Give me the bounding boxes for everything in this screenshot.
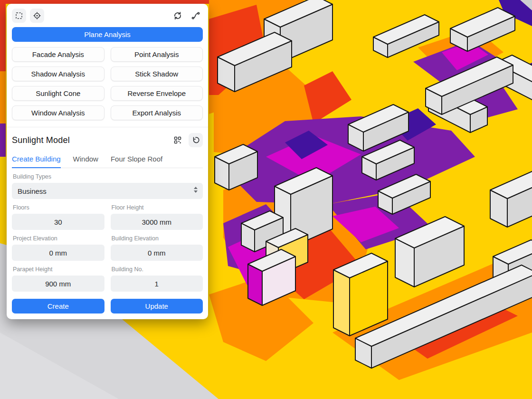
stepper-icon: [194, 187, 198, 193]
floor-height-input[interactable]: [111, 214, 203, 230]
building-elevation-input[interactable]: [111, 245, 203, 261]
building-types-value: Business: [18, 187, 47, 195]
building-types-label: Building Types: [13, 173, 202, 180]
building-no-input[interactable]: [111, 276, 203, 292]
parapet-height-input[interactable]: [12, 276, 104, 292]
floors-input[interactable]: [12, 214, 104, 230]
tab-four-slope-roof[interactable]: Four Slope Roof: [111, 152, 162, 168]
building-elevation-label: Building Elevation: [112, 235, 202, 242]
building-no-label: Building No.: [112, 266, 202, 273]
export-analysis-button[interactable]: Export Analysis: [111, 105, 203, 120]
point-analysis-button[interactable]: Point Analysis: [111, 47, 203, 62]
reset-icon[interactable]: [189, 133, 203, 147]
panel-toolbar: [12, 9, 203, 23]
section-divider: [7, 127, 208, 127]
project-elevation-input[interactable]: [12, 245, 104, 261]
project-elevation-label: Project Elevation: [13, 235, 104, 242]
sunlight-model-header: Sunlight Model: [12, 133, 203, 147]
building-types-select[interactable]: Business: [12, 183, 203, 199]
shadow-analysis-button[interactable]: Shadow Analysis: [12, 66, 104, 81]
grid-icon[interactable]: [171, 133, 185, 147]
facade-analysis-button[interactable]: Facade Analysis: [12, 47, 104, 62]
sync-icon[interactable]: [171, 9, 185, 23]
sunlight-model-tabs: Create Building Window Four Slope Roof: [12, 152, 203, 168]
plane-analysis-button[interactable]: Plane Analysis: [12, 27, 203, 42]
analysis-button-grid: Facade Analysis Point Analysis Shadow An…: [12, 47, 203, 120]
reverse-envelope-button[interactable]: Reverse Envelope: [111, 86, 203, 101]
create-button[interactable]: Create: [12, 299, 104, 314]
sunlight-cone-button[interactable]: Sunlight Cone: [12, 86, 104, 101]
sunlight-model-title: Sunlight Model: [12, 135, 70, 145]
sunlight-analysis-panel: Plane Analysis Facade Analysis Point Ana…: [7, 4, 208, 319]
curve-path-icon[interactable]: [189, 9, 203, 23]
target-icon[interactable]: [30, 9, 44, 23]
floors-label: Floors: [13, 204, 104, 211]
floor-height-label: Floor Height: [112, 204, 202, 211]
marquee-select-icon[interactable]: [12, 9, 26, 23]
tab-create-building[interactable]: Create Building: [12, 152, 61, 168]
tab-window[interactable]: Window: [73, 152, 98, 168]
window-analysis-button[interactable]: Window Analysis: [12, 105, 104, 120]
parapet-height-label: Parapet Height: [13, 266, 104, 273]
stick-shadow-button[interactable]: Stick Shadow: [111, 66, 203, 81]
update-button[interactable]: Update: [111, 299, 203, 314]
